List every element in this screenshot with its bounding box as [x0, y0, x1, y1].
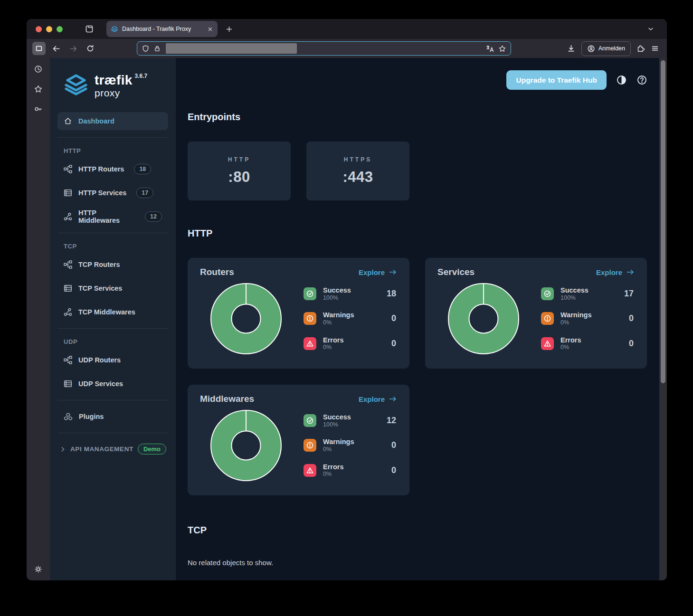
menu-icon[interactable]: [651, 44, 659, 53]
upgrade-button[interactable]: Upgrade to Traefik Hub: [506, 70, 607, 90]
success-check-icon: [541, 287, 554, 300]
sidebar-item-label: Plugins: [79, 413, 104, 420]
stat-percent: 0%: [323, 471, 344, 477]
tab-close-icon[interactable]: [207, 26, 213, 32]
demo-badge: Demo: [138, 444, 166, 455]
stat-label: Errors: [323, 336, 344, 344]
passwords-key-icon[interactable]: [34, 104, 43, 114]
tab-bar: Dashboard - Traefik Proxy: [27, 19, 667, 39]
sidebar-section-http: HTTP: [64, 147, 168, 154]
sidebar-item-api-management[interactable]: API MANAGEMENT Demo: [59, 444, 168, 455]
minimize-window-button[interactable]: [46, 26, 52, 32]
sidebar-item-label: HTTP Routers: [78, 165, 124, 173]
sidebar-item-http-routers[interactable]: HTTP Routers 18: [57, 160, 168, 178]
stat-percent: 100%: [323, 294, 351, 301]
lock-icon[interactable]: [153, 45, 161, 52]
forward-icon[interactable]: [66, 42, 80, 55]
stat-label: Errors: [323, 463, 344, 471]
success-check-icon: [304, 414, 316, 427]
stat-errors: Errors 0% 0: [541, 336, 634, 351]
router-icon: [64, 165, 72, 173]
sidebar-item-dashboard[interactable]: Dashboard: [57, 112, 168, 130]
services-icon: [64, 379, 72, 388]
stat-percent: 100%: [560, 294, 589, 301]
sidebar-item-label: HTTP Middlewares: [78, 209, 135, 224]
stat-warnings: Warnings 0% 0: [541, 311, 634, 326]
warning-circle-icon: [304, 439, 316, 452]
stat-value: 0: [391, 339, 396, 349]
stat-success: Success 100% 17: [541, 286, 634, 301]
browser-tab[interactable]: Dashboard - Traefik Proxy: [106, 21, 218, 37]
routers-card: Routers Explore: [188, 258, 409, 369]
tcp-section-title: TCP: [188, 525, 647, 536]
reload-icon[interactable]: [84, 42, 97, 55]
theme-toggle-icon[interactable]: [616, 75, 627, 85]
help-icon[interactable]: [636, 75, 647, 85]
middlewares-card: Middlewares Explore: [188, 385, 409, 495]
count-badge: 17: [136, 188, 153, 198]
url-redacted-text: [166, 43, 297, 54]
history-clock-icon[interactable]: [34, 65, 43, 74]
url-bar[interactable]: [137, 41, 511, 56]
sidebar-divider: [57, 400, 168, 400]
entrypoints-row: HTTP :80 HTTPS :443: [188, 142, 647, 200]
stat-errors: Errors 0% 0: [304, 463, 396, 478]
signin-button[interactable]: Anmelden: [581, 41, 631, 56]
sidebar-item-http-middlewares[interactable]: HTTP Middlewares 12: [57, 208, 168, 226]
card-title: Services: [437, 267, 475, 277]
stat-value: 17: [624, 289, 634, 299]
stat-percent: 100%: [323, 421, 351, 428]
entrypoint-label: HTTPS: [344, 156, 372, 163]
explore-label: Explore: [359, 268, 385, 276]
back-icon[interactable]: [49, 42, 63, 55]
chevron-right-icon: [59, 446, 66, 453]
traefik-dashboard: træfik3.6.7 proxy Dashboard HTTP: [50, 58, 667, 580]
sidebar-toggle-icon[interactable]: [32, 42, 46, 55]
services-icon: [64, 189, 72, 197]
error-triangle-icon: [304, 464, 316, 477]
tab-manager-icon[interactable]: [85, 24, 94, 34]
stat-label: Success: [323, 413, 351, 421]
stat-value: 12: [387, 416, 396, 426]
account-icon: [587, 45, 595, 53]
translate-icon[interactable]: [485, 44, 494, 53]
list-all-tabs-icon[interactable]: [647, 25, 655, 33]
scrollbar-thumb[interactable]: [661, 60, 665, 383]
stat-warnings: Warnings 0% 0: [304, 438, 396, 453]
stat-percent: 0%: [560, 319, 592, 326]
shield-icon[interactable]: [142, 45, 150, 53]
new-tab-button[interactable]: [225, 25, 233, 33]
sidebar-item-tcp-middlewares[interactable]: TCP Middlewares: [57, 303, 168, 321]
explore-link[interactable]: Explore: [596, 268, 635, 276]
explore-link[interactable]: Explore: [359, 268, 397, 276]
bookmarks-star-icon[interactable]: [34, 85, 43, 94]
sidebar-divider: [57, 137, 168, 138]
bookmark-star-icon[interactable]: [498, 45, 506, 53]
explore-link[interactable]: Explore: [359, 395, 397, 403]
entrypoint-port: :443: [342, 169, 373, 186]
zoom-window-button[interactable]: [57, 26, 63, 32]
settings-gear-icon[interactable]: [34, 565, 43, 574]
tcp-empty-message: No related objects to show.: [188, 559, 647, 567]
card-title: Middlewares: [200, 394, 254, 404]
sidebar-item-udp-services[interactable]: UDP Services: [57, 375, 168, 393]
page-scrollbar[interactable]: [659, 58, 667, 580]
sidebar-item-label: TCP Routers: [78, 261, 120, 268]
api-management-label: API MANAGEMENT: [70, 445, 133, 453]
middlewares-icon: [64, 212, 72, 221]
router-icon: [64, 356, 72, 364]
sidebar-item-label: UDP Routers: [78, 356, 121, 364]
sidebar-item-udp-routers[interactable]: UDP Routers: [57, 351, 168, 369]
downloads-icon[interactable]: [567, 44, 576, 53]
sidebar-item-tcp-services[interactable]: TCP Services: [57, 279, 168, 297]
stat-percent: 0%: [323, 319, 354, 326]
sidebar-item-plugins[interactable]: Plugins: [57, 408, 168, 426]
sidebar-section-tcp: TCP: [64, 243, 168, 250]
routers-donut-chart: [210, 283, 282, 354]
extensions-icon[interactable]: [636, 44, 645, 53]
sidebar-item-tcp-routers[interactable]: TCP Routers: [57, 256, 168, 274]
close-window-button[interactable]: [36, 26, 42, 32]
tab-title: Dashboard - Traefik Proxy: [122, 26, 203, 32]
sidebar-section-udp: UDP: [64, 338, 168, 345]
sidebar-item-http-services[interactable]: HTTP Services 17: [57, 184, 168, 202]
